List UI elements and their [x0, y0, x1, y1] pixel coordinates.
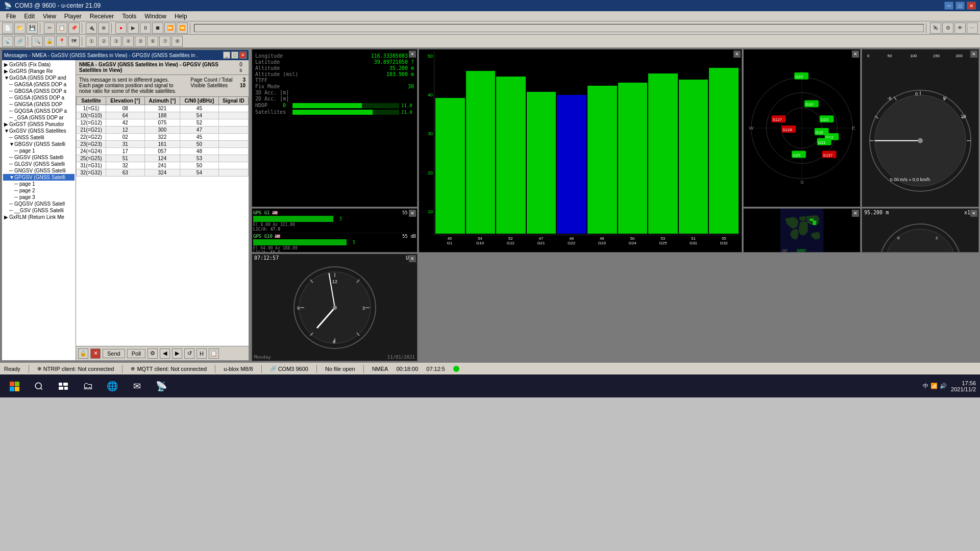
record-btn[interactable]: ● — [115, 22, 127, 34]
stop-btn[interactable]: ⏹ — [152, 22, 163, 34]
config-btn[interactable]: ⚙ — [942, 22, 953, 34]
forward-btn[interactable]: ⏩ — [164, 22, 176, 34]
save-btn[interactable]: 💾 — [27, 22, 38, 34]
tree-gpgsv-p2[interactable]: ─page 2 — [3, 187, 75, 194]
pause-btn[interactable]: ⏸ — [140, 22, 151, 34]
lock-btn[interactable]: 🔒 — [44, 36, 55, 47]
mail-button[interactable]: ✉ — [127, 377, 147, 396]
msg-copy-btn[interactable]: 📋 — [209, 348, 219, 359]
gps-info-close[interactable]: ✕ — [409, 51, 416, 58]
msg-refresh-btn[interactable]: ↺ — [184, 348, 194, 359]
minimize-button[interactable]: ─ — [944, 2, 953, 10]
sky-close[interactable]: ✕ — [852, 51, 859, 58]
alt-panel-close[interactable]: ✕ — [970, 210, 977, 217]
sat6-btn[interactable]: ⑥ — [147, 36, 158, 47]
paste-btn[interactable]: 📌 — [68, 22, 80, 34]
tree-gngsa[interactable]: ─GNGSA (GNSS DOP — [3, 101, 75, 108]
tree-gxgns[interactable]: ▶GxGNS (Fix Data) — [3, 61, 75, 68]
tree-gqgsa[interactable]: ─GQGSA (GNSS DOP a — [3, 108, 75, 114]
msg-minimize-btn[interactable]: _ — [223, 52, 230, 59]
signal-close[interactable]: ✕ — [733, 51, 741, 58]
map-close[interactable]: ✕ — [852, 210, 859, 217]
tree-gpgsv-p3[interactable]: ─page 3 — [3, 194, 75, 201]
menu-file[interactable]: File — [2, 12, 20, 21]
tree-gpgsv[interactable]: ▼GPGSV (GNSS Satelli — [3, 174, 75, 181]
tree-gxgst[interactable]: ▶GxGST (GNSS Pseudor — [3, 121, 75, 128]
speed-close[interactable]: ✕ — [970, 51, 977, 58]
tree-gxrlm[interactable]: ▶GxRLM (Return Link Me — [3, 214, 75, 220]
tree-glgsv[interactable]: ─GLGSV (GNSS Satelli — [3, 161, 75, 167]
sat3-btn[interactable]: ③ — [110, 36, 121, 47]
disconnect-btn[interactable]: ⊗ — [98, 22, 109, 34]
menu-player[interactable]: Player — [60, 12, 86, 21]
sat1-btn[interactable]: ① — [86, 36, 97, 47]
signal-bar — [679, 80, 708, 234]
sat-list-close[interactable]: ✕ — [409, 210, 416, 217]
tree-gqgsv[interactable]: ─GQGSV (GNSS Satell — [3, 201, 75, 207]
more-btn[interactable]: ⋯ — [967, 22, 978, 34]
tree-gxgsa[interactable]: ▼GxGSA (GNSS DOP and — [3, 74, 75, 81]
open-btn[interactable]: 📂 — [14, 22, 26, 34]
tree-gngsv[interactable]: ─GNGSV (GNSS Satelli — [3, 167, 75, 174]
menu-window[interactable]: Window — [140, 12, 170, 21]
taskview-button[interactable] — [53, 377, 74, 396]
sat2-btn[interactable]: ② — [98, 36, 109, 47]
sat8-btn[interactable]: ⑧ — [172, 36, 183, 47]
search-taskbar-button[interactable] — [29, 377, 49, 396]
tree-gxgrs[interactable]: ▶GxGRS (Range Re — [3, 68, 75, 74]
sat4-btn[interactable]: ④ — [122, 36, 134, 47]
view-btn[interactable]: 👁 — [954, 22, 966, 34]
msg-settings-btn[interactable]: ⚙ — [148, 348, 158, 359]
menu-help[interactable]: Help — [170, 12, 191, 21]
tree-gbgsv[interactable]: ▼GBGSV (GNSS Satelli — [3, 141, 75, 147]
close-button[interactable]: ✕ — [967, 2, 976, 10]
ucenter-button[interactable]: 📡 — [151, 377, 172, 396]
menu-view[interactable]: View — [39, 12, 60, 21]
tree-gsa[interactable]: ─_GSA (GNSS DOP ar — [3, 114, 75, 121]
tree-gigsv[interactable]: ─GIGSV (GNSS Satelli — [3, 154, 75, 161]
send-button[interactable]: Send — [103, 349, 125, 358]
rewind-btn[interactable]: ⏪ — [177, 22, 188, 34]
msg-lock-btn[interactable]: 🔒 — [78, 348, 88, 359]
tree-gagsa[interactable]: ─GAGSA (GNSS DOP a — [3, 81, 75, 88]
connect-btn[interactable]: 🔌 — [86, 22, 97, 34]
marker-btn[interactable]: 📍 — [56, 36, 67, 47]
sat5-btn[interactable]: ⑤ — [135, 36, 146, 47]
svg-text:E: E — [852, 125, 855, 131]
edge-button[interactable]: 🌐 — [102, 377, 122, 396]
clock-close[interactable]: ✕ — [409, 255, 416, 262]
cut-btn[interactable]: ✂ — [44, 22, 55, 34]
start-button[interactable] — [4, 377, 24, 396]
progress-slider[interactable] — [194, 24, 924, 32]
menu-tools[interactable]: Tools — [118, 12, 140, 21]
play-btn[interactable]: ▶ — [128, 22, 139, 34]
poll-button[interactable]: Poll — [127, 349, 145, 358]
port-btn[interactable]: 🔗 — [14, 36, 26, 47]
new-btn[interactable]: 📄 — [2, 22, 13, 34]
tree-gigsa[interactable]: ─GIGSA (GNSS DOP a — [3, 94, 75, 101]
menu-receiver[interactable]: Receiver — [86, 12, 118, 21]
tree-gbgsv-p1[interactable]: ─page 1 — [3, 147, 75, 154]
copy-btn[interactable]: 📋 — [56, 22, 67, 34]
zoom-btn[interactable]: 🔍 — [32, 36, 43, 47]
file-explorer-button[interactable]: 🗂 — [78, 377, 98, 396]
menu-edit[interactable]: Edit — [20, 12, 39, 21]
tree-gnss-sat[interactable]: ─GNSS Satelli — [3, 134, 75, 141]
msg-hex-btn[interactable]: H — [197, 348, 207, 359]
tree-gsv[interactable]: ─__GSV (GNSS Satelli — [3, 207, 75, 214]
sat7-btn[interactable]: ⑦ — [159, 36, 170, 47]
msg-prev-btn[interactable]: ◀ — [160, 348, 170, 359]
signal-label: 50G24 — [618, 236, 647, 249]
msg-delete-btn[interactable]: ✕ — [90, 348, 101, 359]
msg-maximize-btn[interactable]: □ — [231, 52, 238, 59]
track-btn[interactable]: 🗺 — [68, 36, 80, 47]
sats-bar — [292, 110, 373, 115]
gnss-btn[interactable]: 🛰 — [930, 22, 941, 34]
msg-close-btn[interactable]: ✕ — [239, 52, 247, 59]
tree-gxgsv[interactable]: ▼GxGSV (GNSS Satellites — [3, 128, 75, 134]
tree-gbgsa[interactable]: ─GBGSA (GNSS DOP a — [3, 88, 75, 94]
msg-next-btn[interactable]: ▶ — [172, 348, 182, 359]
antenna-btn[interactable]: 📡 — [2, 36, 13, 47]
tree-gpgsv-p1[interactable]: ─page 1 — [3, 181, 75, 187]
maximize-button[interactable]: □ — [955, 2, 965, 10]
